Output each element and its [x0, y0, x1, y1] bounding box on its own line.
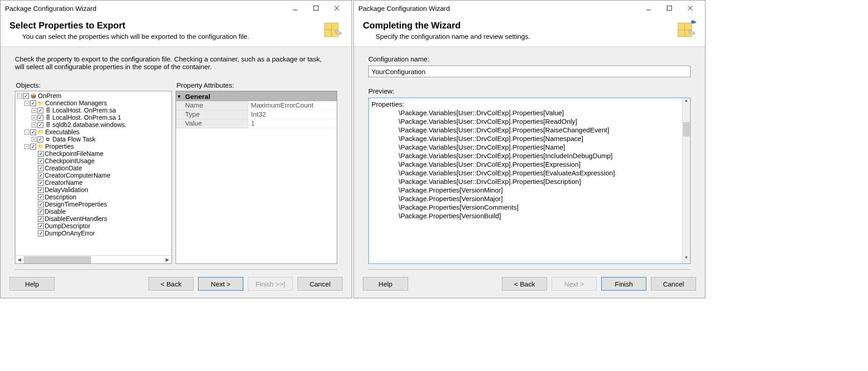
cancel-button[interactable]: Cancel — [297, 277, 343, 291]
window-title: Package Configuration Wizard — [5, 5, 97, 12]
instructions: Check the property to export to the conf… — [15, 55, 326, 70]
chevron-down-icon[interactable]: ▾ — [178, 94, 185, 99]
checkbox-icon[interactable] — [23, 93, 29, 99]
svg-rect-8 — [667, 6, 672, 10]
preview-line: \Package.Properties[VersionBuild] — [371, 211, 679, 220]
checkbox-icon[interactable] — [38, 202, 44, 207]
checkbox-icon[interactable] — [37, 115, 43, 121]
next-button: Next > — [552, 277, 597, 291]
checkbox-icon[interactable] — [38, 187, 44, 193]
folder-icon: 📁 — [37, 129, 44, 135]
help-button[interactable]: Help — [9, 277, 55, 291]
checkbox-icon[interactable] — [37, 108, 43, 113]
checkbox-icon[interactable] — [38, 230, 44, 236]
checkbox-icon[interactable] — [37, 136, 43, 142]
checkbox-icon[interactable] — [38, 209, 44, 215]
checkbox-icon[interactable] — [30, 100, 36, 106]
horizontal-scrollbar[interactable]: ◀ ▶ — [15, 255, 172, 263]
checkbox-icon[interactable] — [38, 173, 44, 178]
tree-node-property[interactable]: DesignTimeProperties — [17, 201, 172, 208]
checkbox-icon[interactable] — [38, 180, 44, 186]
scroll-thumb[interactable] — [683, 122, 690, 136]
scroll-right-icon[interactable]: ▶ — [163, 257, 172, 262]
titlebar[interactable]: Package Configuration Wizard — [0, 0, 352, 16]
back-button[interactable]: < Back — [502, 277, 547, 291]
tree-node-connection[interactable]: +🗄LocalHost. OnPrem.sa — [17, 107, 172, 114]
tree-node-property[interactable]: DumpOnAnyError — [17, 230, 172, 237]
expand-icon[interactable]: + — [32, 115, 37, 120]
checkbox-icon[interactable] — [38, 151, 44, 157]
checkbox-icon[interactable] — [38, 158, 44, 164]
page-subheading: Specify the configuration name and revie… — [376, 33, 673, 40]
collapse-icon[interactable]: − — [24, 101, 29, 106]
checkbox-icon[interactable] — [38, 165, 44, 171]
collapse-icon[interactable]: − — [17, 94, 22, 99]
expand-icon[interactable]: + — [32, 122, 37, 127]
preview-header: Properties: — [371, 100, 679, 108]
maximize-button[interactable] — [306, 1, 326, 15]
finish-button[interactable]: Finish — [601, 277, 646, 291]
tree-node-property[interactable]: CheckpointFileName — [17, 150, 172, 157]
svg-rect-1 — [314, 6, 318, 10]
vertical-scrollbar[interactable]: ▲ ▼ — [682, 98, 690, 263]
tree-node-property[interactable]: Disable — [17, 208, 172, 215]
close-button[interactable] — [326, 1, 347, 15]
collapse-icon[interactable]: − — [24, 144, 29, 149]
finish-button: Finish >>| — [248, 277, 293, 291]
tree-node-property[interactable]: Description — [17, 193, 172, 201]
tree-node-properties[interactable]: −📁Properties — [17, 143, 172, 150]
help-button[interactable]: Help — [363, 277, 408, 291]
close-button[interactable] — [680, 1, 701, 15]
tree-node-connection-managers[interactable]: −📁Connection Managers — [17, 99, 172, 107]
tree-node-property[interactable]: CreatorComputerName — [17, 172, 172, 179]
objects-tree[interactable]: −📦OnPrem −📁Connection Managers +🗄LocalHo… — [15, 91, 172, 255]
preview-line: \Package.Variables[User::DrvColExp].Prop… — [371, 143, 679, 151]
checkbox-icon[interactable] — [37, 122, 43, 128]
scroll-left-icon[interactable]: ◀ — [15, 257, 23, 262]
tree-node-connection[interactable]: +🗄LocalHost. OnPrem.sa 1 — [17, 114, 172, 121]
preview-line: \Package.Properties[VersionComments] — [371, 203, 679, 211]
collapse-icon[interactable]: − — [24, 130, 29, 135]
preview-textarea[interactable]: Properties: \Package.Variables[User::Drv… — [368, 98, 691, 264]
next-button[interactable]: Next > — [198, 277, 243, 291]
attribute-row[interactable]: Value1 — [176, 119, 337, 128]
checkbox-icon[interactable] — [38, 194, 44, 200]
preview-line: \Package.Variables[User::DrvColExp].Prop… — [371, 151, 679, 160]
tree-node-property[interactable]: DisableEventHandlers — [17, 215, 172, 222]
attributes-section-header[interactable]: ▾General — [176, 91, 337, 101]
wizard-footer: Help < Back Next > Finish >>| Cancel — [0, 270, 352, 298]
property-attributes-grid: ▾General NameMaximumErrorCount TypeInt32… — [176, 91, 337, 264]
tree-node-root[interactable]: −📦OnPrem — [17, 92, 172, 99]
tree-node-dataflow[interactable]: +⧉Data Flow Task — [17, 136, 172, 143]
back-button[interactable]: < Back — [149, 277, 194, 291]
tree-node-property[interactable]: DumpDescriptor — [17, 222, 172, 230]
scroll-up-icon[interactable]: ▲ — [682, 98, 690, 106]
checkbox-icon[interactable] — [30, 129, 36, 135]
tree-node-executables[interactable]: −📁Executables — [17, 128, 172, 136]
page-subheading: You can select the properties which will… — [22, 33, 319, 40]
tree-node-property[interactable]: CheckpointUsage — [17, 157, 172, 164]
attribute-row[interactable]: NameMaximumErrorCount — [176, 101, 337, 110]
maximize-button[interactable] — [659, 1, 680, 15]
tree-node-property[interactable]: CreationDate — [17, 164, 172, 172]
scroll-thumb[interactable] — [23, 256, 91, 263]
expand-icon[interactable]: + — [32, 137, 37, 142]
config-name-input[interactable] — [368, 66, 691, 77]
minimize-button[interactable] — [638, 1, 659, 15]
checkbox-icon[interactable] — [38, 223, 44, 229]
checkbox-icon[interactable] — [30, 144, 36, 150]
expand-icon[interactable]: + — [32, 108, 37, 113]
preview-line: \Package.Variables[User::DrvColExp].Prop… — [371, 169, 679, 177]
tree-node-property[interactable]: CreatorName — [17, 179, 172, 186]
tree-node-connection[interactable]: +🗄 sqldb2.database.windows. — [17, 121, 172, 128]
tree-node-property[interactable]: DelayValidation — [17, 186, 172, 193]
task-icon: ⧉ — [44, 136, 51, 142]
wizard-footer: Help < Back Next > Finish Cancel — [354, 270, 705, 298]
minimize-button[interactable] — [285, 1, 306, 15]
checkbox-icon[interactable] — [38, 216, 44, 222]
titlebar[interactable]: Package Configuration Wizard — [354, 0, 705, 16]
config-name-label: Configuration name: — [368, 55, 691, 63]
attribute-row[interactable]: TypeInt32 — [176, 110, 337, 119]
scroll-down-icon[interactable]: ▼ — [682, 255, 690, 263]
cancel-button[interactable]: Cancel — [651, 277, 696, 291]
